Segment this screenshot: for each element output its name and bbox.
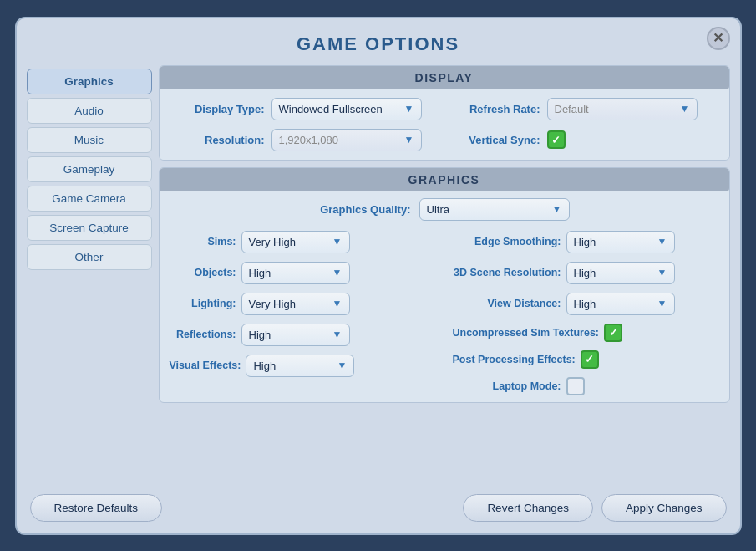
close-button[interactable]: ✕	[707, 27, 730, 50]
modal-footer: Restore Defaults Revert Changes Apply Ch…	[17, 486, 740, 533]
view-distance-arrow-icon: ▼	[657, 298, 667, 309]
lighting-label: Lighting:	[170, 298, 236, 309]
refresh-rate-label: Refresh Rate:	[449, 103, 540, 115]
revert-changes-button[interactable]: Revert Changes	[463, 494, 593, 522]
vsync-checkbox[interactable]: ✓	[547, 130, 566, 149]
edge-smoothing-dropdown[interactable]: High ▼	[566, 231, 675, 253]
sims-row: Sims: Very High ▼	[170, 231, 436, 253]
objects-row: Objects: High ▼	[170, 262, 436, 284]
refresh-rate-dropdown[interactable]: Default ▼	[547, 98, 698, 120]
view-distance-row: View Distance: High ▼	[453, 293, 719, 315]
reflections-row: Reflections: High ▼	[170, 324, 436, 346]
sidebar-item-other[interactable]: Other	[27, 244, 152, 270]
sidebar-item-screen-capture[interactable]: Screen Capture	[27, 215, 152, 241]
sidebar-item-graphics[interactable]: Graphics	[27, 69, 152, 94]
scene-resolution-arrow-icon: ▼	[657, 267, 667, 278]
reflections-dropdown[interactable]: High ▼	[241, 324, 350, 346]
edge-smoothing-value: High	[574, 236, 596, 248]
sims-label: Sims:	[170, 236, 236, 247]
sims-arrow-icon: ▼	[332, 236, 342, 247]
display-type-value: Windowed Fullscreen	[279, 103, 383, 115]
lighting-dropdown[interactable]: Very High ▼	[241, 293, 350, 315]
objects-arrow-icon: ▼	[332, 267, 342, 278]
visual-effects-value: High	[253, 360, 276, 372]
display-row-2: Resolution: 1,920x1,080 ▼ Vertical Sync:…	[173, 129, 716, 151]
scene-resolution-row: 3D Scene Resolution: High ▼	[453, 262, 719, 284]
refresh-arrow-icon: ▼	[680, 103, 690, 115]
quality-arrow-icon: ▼	[552, 203, 562, 215]
sidebar-item-game-camera[interactable]: Game Camera	[27, 186, 152, 212]
restore-defaults-button[interactable]: Restore Defaults	[30, 494, 163, 522]
visual-effects-dropdown[interactable]: High ▼	[246, 355, 354, 377]
graphics-right-col: Edge Smoothing: High ▼ 3D Scene Resoluti…	[453, 231, 719, 395]
footer-right-buttons: Revert Changes Apply Changes	[463, 494, 726, 522]
display-type-dropdown[interactable]: Windowed Fullscreen ▼	[271, 98, 422, 120]
display-content: Display Type: Windowed Fullscreen ▼ Refr…	[160, 89, 729, 160]
scene-resolution-label: 3D Scene Resolution:	[453, 267, 561, 278]
quality-dropdown[interactable]: Ultra ▼	[419, 198, 570, 221]
uncompressed-row: Uncompressed Sim Textures: ✓	[453, 324, 719, 342]
graphics-section: Graphics Graphics Quality: Ultra ▼	[159, 167, 730, 403]
edge-smoothing-arrow-icon: ▼	[657, 236, 667, 247]
quality-value: Ultra	[427, 203, 449, 216]
view-distance-label: View Distance:	[453, 298, 561, 309]
scene-resolution-value: High	[574, 267, 596, 279]
resolution-col: Resolution: 1,920x1,080 ▼	[173, 129, 440, 151]
post-processing-checkbox[interactable]: ✓	[581, 350, 599, 369]
modal-window: ✕ Game Options Graphics Audio Music Game…	[15, 17, 742, 535]
display-header: Display	[160, 66, 729, 89]
modal-body: Graphics Audio Music Gameplay Game Camer…	[17, 65, 740, 486]
dropdown-arrow-icon: ▼	[404, 103, 414, 115]
laptop-mode-label: Laptop Mode:	[453, 380, 561, 392]
view-distance-value: High	[574, 298, 596, 310]
reflections-arrow-icon: ▼	[332, 329, 342, 340]
resolution-label: Resolution:	[173, 134, 265, 146]
graphics-header: Graphics	[160, 168, 729, 191]
graphics-left-col: Sims: Very High ▼ Objects: High	[170, 231, 436, 395]
resolution-dropdown[interactable]: 1,920x1,080 ▼	[271, 129, 422, 151]
post-processing-label: Post Processing Effects:	[453, 354, 576, 365]
reflections-value: High	[249, 329, 271, 341]
apply-changes-button[interactable]: Apply Changes	[601, 494, 727, 522]
modal-title: Game Options	[17, 18, 740, 65]
vsync-label: Vertical Sync:	[449, 134, 540, 146]
lighting-row: Lighting: Very High ▼	[170, 293, 436, 315]
vsync-col: Vertical Sync: ✓	[449, 130, 716, 149]
sidebar-item-audio[interactable]: Audio	[27, 98, 152, 124]
visual-effects-row: Visual Effects: High ▼	[170, 355, 436, 377]
scene-resolution-dropdown[interactable]: High ▼	[566, 262, 675, 284]
visual-effects-arrow-icon: ▼	[337, 360, 348, 371]
objects-value: High	[249, 267, 271, 279]
objects-dropdown[interactable]: High ▼	[241, 262, 350, 284]
sidebar-item-music[interactable]: Music	[27, 127, 152, 153]
uncompressed-label: Uncompressed Sim Textures:	[453, 327, 600, 339]
display-row-1: Display Type: Windowed Fullscreen ▼ Refr…	[173, 98, 716, 120]
reflections-label: Reflections:	[170, 329, 236, 340]
sidebar: Graphics Audio Music Gameplay Game Camer…	[27, 65, 152, 476]
modal-background: ✕ Game Options Graphics Audio Music Game…	[0, 0, 756, 551]
resolution-value: 1,920x1,080	[279, 134, 339, 146]
edge-smoothing-row: Edge Smoothing: High ▼	[453, 231, 719, 253]
quality-label: Graphics Quality:	[319, 203, 411, 216]
edge-smoothing-label: Edge Smoothing:	[453, 236, 561, 247]
visual-effects-label: Visual Effects:	[170, 360, 241, 371]
laptop-mode-checkbox[interactable]	[566, 377, 585, 395]
resolution-arrow-icon: ▼	[404, 134, 414, 145]
refresh-rate-col: Refresh Rate: Default ▼	[449, 98, 716, 120]
view-distance-dropdown[interactable]: High ▼	[566, 293, 675, 315]
uncompressed-checkbox[interactable]: ✓	[604, 324, 622, 342]
quality-row: Graphics Quality: Ultra ▼	[160, 191, 729, 224]
sidebar-item-gameplay[interactable]: Gameplay	[27, 156, 152, 182]
objects-label: Objects:	[170, 267, 236, 278]
display-type-label: Display Type:	[173, 103, 265, 115]
lighting-value: Very High	[249, 298, 296, 310]
refresh-rate-value: Default	[555, 103, 589, 115]
post-processing-row: Post Processing Effects: ✓	[453, 350, 719, 369]
laptop-mode-row: Laptop Mode:	[453, 377, 719, 395]
sims-value: Very High	[249, 236, 296, 248]
graphics-grid: Sims: Very High ▼ Objects: High	[160, 224, 729, 402]
sims-dropdown[interactable]: Very High ▼	[241, 231, 350, 253]
lighting-arrow-icon: ▼	[332, 298, 342, 309]
display-section: Display Display Type: Windowed Fullscree…	[159, 65, 730, 161]
main-content: Display Display Type: Windowed Fullscree…	[152, 65, 730, 476]
